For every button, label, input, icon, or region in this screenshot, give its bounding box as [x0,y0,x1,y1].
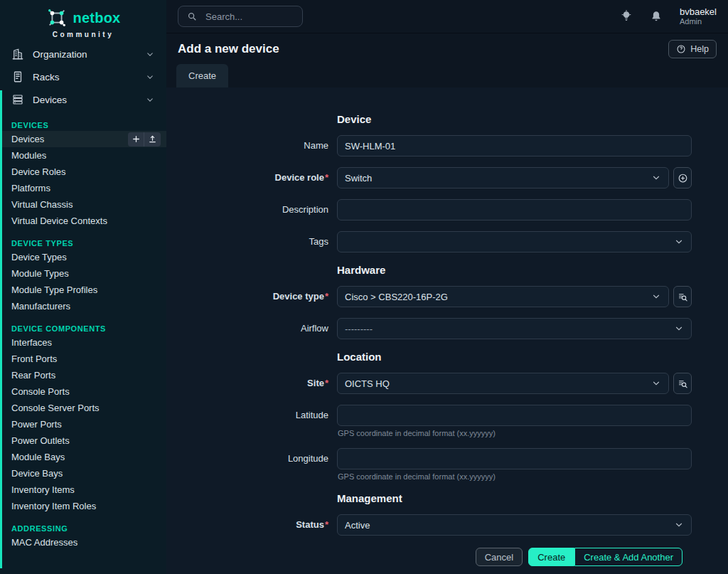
sidebar-item-module-bays[interactable]: Module Bays [0,449,166,465]
sidebar-item-modules[interactable]: Modules [0,147,166,164]
sidebar-item-power-ports[interactable]: Power Ports [0,416,166,432]
sidebar-item-console-server-ports[interactable]: Console Server Ports [0,400,166,416]
sidebar-item-module-types[interactable]: Module Types [0,265,166,282]
sidebar-item-label: Virtual Chassis [11,199,73,210]
field-label-device-role: Device role* [166,167,328,188]
lookup-site-button[interactable] [673,373,692,394]
add-devices-button[interactable] [128,132,144,147]
sidebar-item-device-roles[interactable]: Device Roles [0,164,166,180]
sidebar-item-interfaces[interactable]: Interfaces [0,334,166,351]
add-device-role-button[interactable] [673,167,692,188]
sidebar-item-front-ports[interactable]: Front Ports [0,351,166,367]
chevron-down-icon [651,173,661,183]
sidebar-item-manufacturers[interactable]: Manufacturers [0,298,166,314]
nav-group-racks[interactable]: Racks [0,65,166,88]
user-menu[interactable]: bvbaekel Admin [680,6,717,27]
sidebar-item-label: Rear Ports [11,370,55,381]
chevron-down-icon [674,324,684,334]
lightbulb-icon[interactable] [620,10,633,23]
airflow-select[interactable]: --------- [337,318,692,339]
global-search[interactable] [178,6,303,27]
brand-logo[interactable]: netbox Community [0,0,166,43]
device-form: DeviceNameDevice role*SwitchDescriptionT… [166,113,728,536]
sidebar-item-rear-ports[interactable]: Rear Ports [0,367,166,383]
sidebar-section-header-devices: DEVICES [0,121,166,129]
building-icon [11,48,24,60]
list-search-icon [678,378,688,389]
field-label-airflow: Airflow [166,318,328,339]
chevron-down-icon [674,237,684,247]
tags-select[interactable] [337,231,692,253]
site-select[interactable]: OICTS HQ [337,373,669,394]
sidebar-item-device-bays[interactable]: Device Bays [0,465,166,482]
cancel-button[interactable]: Cancel [476,548,523,566]
sidebar-item-device-types[interactable]: Device Types [0,249,166,265]
device-role-select[interactable]: Switch [337,167,669,188]
search-input[interactable] [204,11,294,23]
sidebar-item-label: MAC Addresses [11,537,77,548]
chevron-down-icon [651,378,661,388]
sidebar-item-virtual-chassis[interactable]: Virtual Chassis [0,196,166,213]
field-label-longitude: Longitude [166,448,328,481]
tab-bar: Create [166,64,728,87]
nav-group-label: Devices [33,95,67,105]
create-and-add-another-button[interactable]: Create & Add Another [574,548,682,566]
main-area: bvbaekel Admin Add a new device Help [166,0,728,574]
page-title: Add a new device [178,42,279,56]
list-search-icon [678,292,688,302]
brand-name: netbox [73,10,121,26]
sidebar-item-virtual-device-contexts[interactable]: Virtual Device Contexts [0,213,166,229]
chevron-down-icon [144,50,156,59]
sidebar-section-header-addressing: ADDRESSING [0,524,166,533]
help-label: Help [690,44,709,54]
sidebar-item-devices[interactable]: Devices [0,131,166,147]
longitude-input[interactable] [337,448,692,469]
sidebar-item-power-outlets[interactable]: Power Outlets [0,432,166,449]
device-type-select[interactable]: Cisco > CBS220-16P-2G [337,286,669,307]
form-row-tags: Tags [166,231,728,253]
form-row-longitude: LongitudeGPS coordinate in decimal forma… [166,448,728,481]
status-select[interactable]: Active [337,514,692,536]
sidebar-item-label: Modules [11,150,46,161]
form-row-device-type: Device type*Cisco > CBS220-16P-2G [166,286,728,307]
field-label-site: Site* [166,373,328,394]
user-name: bvbaekel [680,6,717,18]
form-row-latitude: LatitudeGPS coordinate in decimal format… [166,405,728,437]
sidebar-item-console-ports[interactable]: Console Ports [0,383,166,400]
field-cell: Active [337,514,692,536]
form-row-airflow: Airflow--------- [166,318,728,339]
field-label-name: Name [166,135,328,156]
sidebar-item-inventory-items[interactable]: Inventory Items [0,482,166,498]
sidebar-item-module-type-profiles[interactable]: Module Type Profiles [0,282,166,298]
nav-group-devices[interactable]: Devices [0,88,166,111]
form-section-heading-management: Management [337,492,728,504]
form-row-status: Status*Active [166,514,728,536]
tab-create[interactable]: Create [176,64,228,87]
chevron-down-icon [144,95,156,105]
form-row-site: Site*OICTS HQ [166,373,728,394]
bell-icon[interactable] [650,10,663,23]
longitude-helper-text: GPS coordinate in decimal format (xx.yyy… [337,472,692,481]
sidebar-item-label: Interfaces [11,337,52,348]
help-button[interactable]: Help [668,40,717,58]
name-input[interactable] [337,135,692,156]
server-stack-icon [11,93,24,106]
description-input[interactable] [337,199,692,220]
nav-group-organization[interactable]: Organization [0,43,166,65]
netbox-logo-icon [46,7,68,28]
user-role: Admin [680,17,717,26]
upload-icon [148,134,157,144]
create-button[interactable]: Create [528,548,574,566]
form-actions: Cancel Create Create & Add Another [476,548,682,566]
app: netbox Community OrganizationRacksDevice… [0,0,728,574]
sidebar-item-mac-addresses[interactable]: MAC Addresses [0,534,166,551]
form-section-heading-device: Device [337,113,728,125]
chevron-down-icon [651,292,661,302]
form-row-device-role: Device role*Switch [166,167,728,188]
sidebar-item-inventory-item-roles[interactable]: Inventory Item Roles [0,498,166,514]
import-devices-button[interactable] [144,132,161,147]
lookup-device-type-button[interactable] [673,286,692,307]
latitude-input[interactable] [337,405,692,426]
required-asterisk: * [325,519,328,530]
sidebar-item-platforms[interactable]: Platforms [0,180,166,196]
